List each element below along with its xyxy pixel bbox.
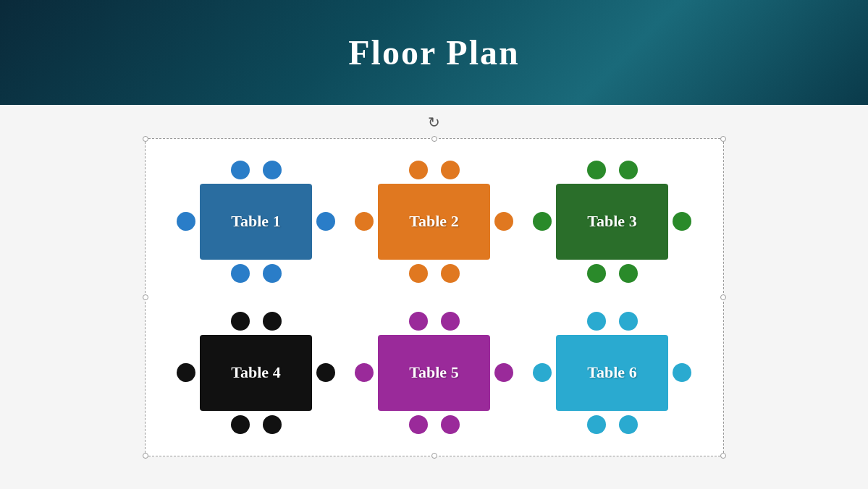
page-title: Floor Plan: [348, 33, 519, 72]
seats-bottom-4: [231, 415, 282, 434]
seat: [533, 212, 552, 231]
seat: [355, 212, 374, 231]
seat: [409, 264, 428, 283]
seat: [231, 264, 250, 283]
seats-top-5: [409, 312, 460, 331]
rotate-icon: ↻: [428, 114, 440, 131]
seat: [231, 161, 250, 179]
seat: [263, 312, 282, 331]
seat: [316, 212, 335, 231]
seat: [316, 363, 335, 382]
table-1[interactable]: Table 1: [200, 184, 312, 260]
seat: [619, 312, 638, 331]
seats-bottom-2: [409, 264, 460, 283]
handle-mid-left[interactable]: [143, 294, 148, 300]
seat: [231, 312, 250, 331]
seat: [441, 264, 460, 283]
seat: [673, 363, 691, 382]
seat: [587, 264, 606, 283]
header: Floor Plan: [0, 0, 868, 105]
table-middle-5: Table 5: [355, 335, 513, 411]
seat: [177, 363, 195, 382]
page-wrapper: Floor Plan ↻: [0, 0, 868, 489]
table-4[interactable]: Table 4: [200, 335, 312, 411]
seats-bottom-3: [587, 264, 638, 283]
seats-top-4: [231, 312, 282, 331]
seat: [355, 363, 374, 382]
handle-mid-top[interactable]: [431, 136, 437, 142]
seats-top-2: [409, 161, 460, 179]
table-unit-3: Table 3: [533, 161, 691, 283]
seat: [441, 312, 460, 331]
table-middle-4: Table 4: [177, 335, 335, 411]
seat: [619, 264, 638, 283]
content-area: ↻: [0, 105, 868, 489]
table-1-label: Table 1: [231, 212, 280, 231]
handle-corner-bl[interactable]: [143, 453, 148, 459]
table-unit-2: Table 2: [355, 161, 513, 283]
seat: [587, 312, 606, 331]
seat: [533, 363, 552, 382]
seat: [619, 161, 638, 179]
table-6[interactable]: Table 6: [556, 335, 668, 411]
seats-top-6: [587, 312, 638, 331]
table-row-bottom: Table 4: [167, 305, 701, 441]
seat: [177, 212, 195, 231]
seat: [409, 312, 428, 331]
table-unit-4: Table 4: [177, 312, 335, 434]
table-middle-6: Table 6: [533, 335, 691, 411]
table-3-label: Table 3: [587, 212, 636, 231]
table-unit-6: Table 6: [533, 312, 691, 434]
table-3[interactable]: Table 3: [556, 184, 668, 260]
seats-top-1: [231, 161, 282, 179]
table-6-label: Table 6: [587, 363, 636, 382]
seats-top-3: [587, 161, 638, 179]
table-unit-5: Table 5: [355, 312, 513, 434]
tables-grid: Table 1: [146, 139, 723, 456]
table-middle-2: Table 2: [355, 184, 513, 260]
handle-mid-bottom[interactable]: [431, 453, 437, 459]
table-5[interactable]: Table 5: [378, 335, 490, 411]
table-2-label: Table 2: [409, 212, 458, 231]
table-middle-3: Table 3: [533, 184, 691, 260]
table-row-top: Table 1: [167, 153, 701, 290]
table-5-label: Table 5: [409, 363, 458, 382]
seat: [619, 415, 638, 434]
seat: [587, 415, 606, 434]
floor-plan-container: Table 1: [145, 138, 724, 456]
seat: [494, 212, 513, 231]
seats-bottom-1: [231, 264, 282, 283]
table-unit-1: Table 1: [177, 161, 335, 283]
seat: [263, 264, 282, 283]
handle-corner-tr[interactable]: [720, 136, 726, 142]
table-4-label: Table 4: [231, 363, 280, 382]
handle-corner-tl[interactable]: [143, 136, 148, 142]
seat: [441, 415, 460, 434]
seat: [231, 415, 250, 434]
seats-bottom-6: [587, 415, 638, 434]
handle-mid-right[interactable]: [720, 294, 726, 300]
rotate-handle[interactable]: ↻: [426, 114, 443, 131]
seat: [263, 415, 282, 434]
seat: [587, 161, 606, 179]
seats-bottom-5: [409, 415, 460, 434]
handle-corner-br[interactable]: [720, 453, 726, 459]
seat: [673, 212, 691, 231]
seat: [494, 363, 513, 382]
table-2[interactable]: Table 2: [378, 184, 490, 260]
seat: [441, 161, 460, 179]
seat: [409, 415, 428, 434]
table-middle-1: Table 1: [177, 184, 335, 260]
seat: [409, 161, 428, 179]
seat: [263, 161, 282, 179]
